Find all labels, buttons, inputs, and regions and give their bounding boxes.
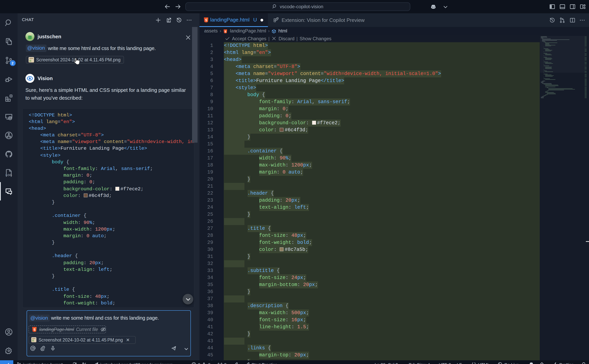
svg-text:5: 5 [205,18,207,22]
svg-text:LOG: LOG [6,173,12,176]
svg-text:5: 5 [33,327,35,331]
svg-text:5: 5 [225,30,226,33]
